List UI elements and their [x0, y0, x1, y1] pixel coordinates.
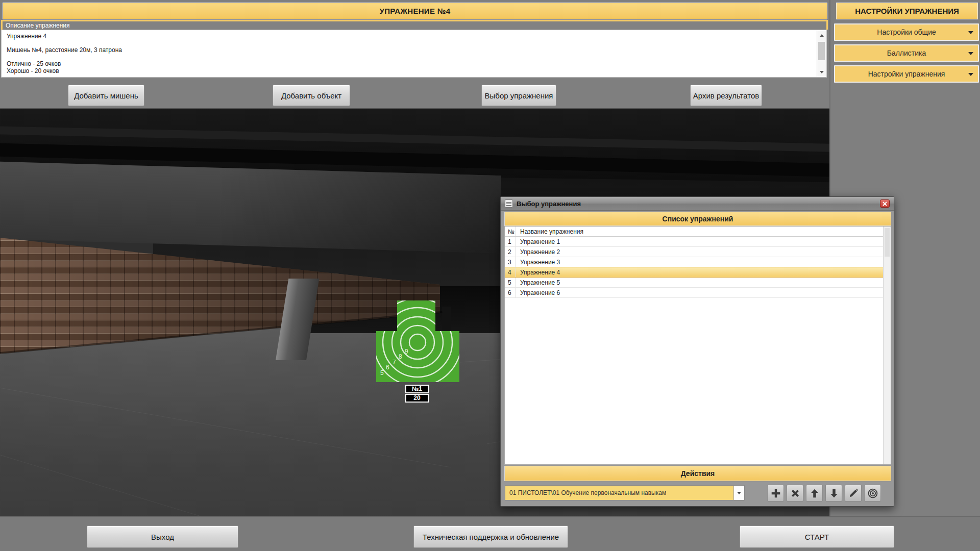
dialog-title: Выбор упражнения [517, 200, 581, 208]
scroll-down-icon[interactable] [817, 68, 826, 76]
chevron-down-icon [968, 73, 973, 76]
scrollbar-thumb[interactable] [818, 42, 825, 60]
edit-button[interactable] [845, 485, 862, 502]
row-name: Упражнение 5 [516, 279, 560, 286]
description-text-area[interactable]: Упражнение 4 Мишень №4, расстояние 20м, … [1, 30, 827, 78]
target-number-tag: №1 [405, 385, 429, 393]
combo-value: 01 ПИСТОЛЕТ\01 Обучение первоначальным н… [505, 489, 733, 496]
move-up-button[interactable] [806, 485, 823, 502]
chevron-down-icon[interactable] [733, 486, 744, 500]
arrow-up-icon [809, 488, 820, 499]
chevron-down-icon [968, 31, 973, 34]
sidebar-button-general-settings[interactable]: Настройки общие [834, 23, 979, 41]
exercise-row[interactable]: 2 Упражнение 2 [505, 247, 883, 257]
ceiling-slab [0, 161, 501, 253]
dialog-actions: 01 ПИСТОЛЕТ\01 Обучение первоначальным н… [504, 483, 891, 504]
target-distance-tag: 20 [405, 394, 429, 403]
sidebar-button-label: Баллистика [887, 49, 926, 57]
plus-icon [770, 488, 781, 499]
row-name: Упражнение 2 [516, 248, 560, 256]
page-title: УПРАЖНЕНИЕ №4 [3, 3, 827, 19]
move-down-button[interactable] [825, 485, 842, 502]
chevron-down-icon [968, 52, 973, 55]
description-line: Хорошо - 20 очков [7, 68, 814, 75]
ring-number: 5 [380, 369, 384, 377]
ring-number: 7 [393, 359, 396, 366]
row-name: Упражнение 3 [516, 259, 560, 266]
exit-button[interactable]: Выход [87, 525, 238, 548]
column-num: № [505, 227, 516, 236]
exercise-row[interactable]: 3 Упражнение 3 [505, 257, 883, 267]
exercise-category-select[interactable]: 01 ПИСТОЛЕТ\01 Обучение первоначальным н… [505, 485, 745, 500]
pencil-icon [848, 488, 859, 499]
ring-number: 8 [399, 353, 402, 360]
row-num: 6 [505, 288, 516, 297]
results-archive-button[interactable]: Архив результатов [690, 85, 762, 106]
add-button[interactable] [767, 485, 784, 502]
description-scrollbar[interactable] [817, 31, 826, 77]
start-button[interactable]: СТАРТ [740, 525, 894, 548]
footer-bar: Выход Техническая поддержка и обновление… [0, 516, 980, 551]
row-num: 2 [505, 247, 516, 257]
scrollbar-thumb[interactable] [885, 228, 890, 257]
support-update-button[interactable]: Техническая поддержка и обновление [413, 525, 568, 548]
description-label: Описание упражнения [1, 20, 828, 30]
exercise-row[interactable]: 1 Упражнение 1 [505, 237, 883, 247]
list-scrollbar[interactable] [883, 227, 891, 464]
target-icon [867, 488, 878, 499]
target-button[interactable] [864, 485, 881, 502]
delete-button[interactable] [787, 485, 803, 502]
description-line: Мишень №4, расстояние 20м, 3 патрона [7, 47, 814, 54]
add-target-button[interactable]: Добавить мишень [68, 85, 144, 106]
x-icon [790, 488, 801, 499]
sidebar-title: НАСТРОЙКИ УПРАЖНЕНИЯ [836, 3, 978, 19]
row-num: 3 [505, 257, 516, 267]
scroll-up-icon[interactable] [817, 32, 826, 39]
select-exercise-button[interactable]: Выбор упражнения [481, 85, 556, 106]
description-line: Упражнение 4 [7, 33, 814, 40]
sidebar-button-ballistics[interactable]: Баллистика [834, 44, 979, 62]
target-tags: №1 20 [405, 385, 429, 403]
row-num: 1 [505, 237, 516, 246]
actions-header: Действия [504, 466, 891, 481]
description-line: Отлично - 25 очков [7, 61, 814, 68]
close-icon[interactable] [880, 199, 890, 208]
column-name: Название упражнения [516, 228, 583, 235]
sidebar-button-label: Настройки упражнения [868, 70, 945, 78]
sidebar-button-exercise-settings[interactable]: Настройки упражнения [834, 65, 979, 83]
ring-number: 6 [386, 364, 389, 371]
exercise-row[interactable]: 5 Упражнение 5 [505, 278, 883, 288]
description-line [7, 54, 814, 61]
row-num: 4 [505, 267, 516, 277]
description-line [7, 40, 814, 47]
app-window: УПРАЖНЕНИЕ №4 Описание упражнения Упражн… [0, 0, 980, 551]
row-name: Упражнение 1 [516, 238, 560, 245]
list-header-row: № Название упражнения [505, 227, 883, 237]
dialog-titlebar[interactable]: Выбор упражнения [501, 197, 894, 211]
shooting-target[interactable]: 9 8 7 6 5 [375, 299, 461, 384]
exercise-row-selected[interactable]: 4 Упражнение 4 [505, 267, 883, 278]
add-object-button[interactable]: Добавить объект [273, 85, 350, 106]
sidebar-button-label: Настройки общие [877, 28, 936, 36]
row-name: Упражнение 6 [516, 289, 560, 296]
exercise-list: № Название упражнения 1 Упражнение 1 2 У… [504, 226, 891, 465]
row-num: 5 [505, 278, 516, 287]
exercise-select-dialog: Выбор упражнения Список упражнений № Наз… [500, 196, 894, 507]
list-header: Список упражнений [504, 212, 891, 226]
arrow-down-icon [828, 488, 840, 499]
row-name: Упражнение 4 [516, 269, 560, 276]
exercise-row[interactable]: 6 Упражнение 6 [505, 288, 883, 298]
window-icon [505, 199, 513, 208]
ring-number: 9 [405, 348, 408, 355]
